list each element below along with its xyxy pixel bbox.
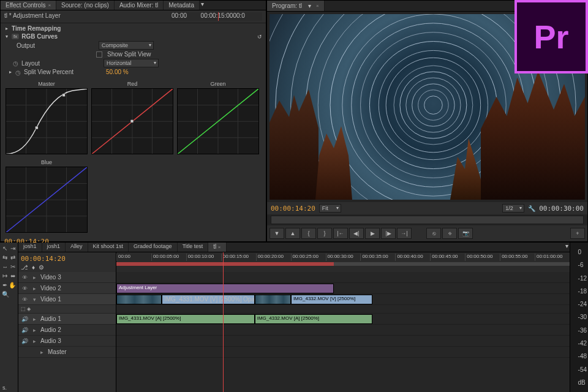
slide-tool[interactable]: ⬌ xyxy=(10,272,17,279)
wrench-icon[interactable]: 🔧 xyxy=(528,205,535,212)
master-curve[interactable] xyxy=(6,88,88,154)
svg-point-34 xyxy=(379,50,488,159)
eye-icon[interactable]: 👁 xyxy=(21,296,28,303)
reset-icon[interactable]: ↺ xyxy=(257,34,262,40)
eye-icon[interactable]: 👁 xyxy=(21,285,28,292)
speaker-icon[interactable]: 🔊 xyxy=(21,326,28,334)
seq-tab[interactable]: Alley xyxy=(66,243,88,252)
clip-video[interactable]: IMG_4331.MOV [V] [2500%] Opacity:Opacity… xyxy=(162,295,255,304)
hand-tool[interactable]: ✋ xyxy=(9,281,16,288)
panel-menu-icon[interactable]: ▾ xyxy=(564,243,570,252)
svg-rect-7 xyxy=(62,94,66,97)
red-curve[interactable] xyxy=(91,88,173,154)
seq-tab[interactable]: Title test xyxy=(178,243,209,252)
step-forward-button[interactable]: |▶ xyxy=(381,228,396,239)
export-frame-button[interactable]: 📷 xyxy=(458,228,473,239)
stopwatch-icon[interactable]: ◷ xyxy=(13,60,19,66)
settings-icon[interactable]: ⚙ xyxy=(39,264,44,271)
insert-button[interactable]: { xyxy=(301,228,316,239)
track-header-v1[interactable]: 👁▾Video 1 xyxy=(18,294,116,305)
layout-dropdown[interactable]: Horizontal xyxy=(104,59,159,67)
seq-tab[interactable]: Graded footage xyxy=(129,243,178,252)
seq-tab[interactable]: tl × xyxy=(208,243,226,252)
tab-audio-mixer[interactable]: Audio Mixer: tl xyxy=(115,1,164,10)
extract-button[interactable]: ⎆ xyxy=(442,228,457,239)
clip-video[interactable] xyxy=(255,295,291,304)
slip-tool[interactable]: ↦ xyxy=(2,272,9,279)
split-percent-value[interactable]: 50.00 % xyxy=(106,69,129,75)
track-select-tool[interactable]: ⇥ xyxy=(10,244,17,252)
clip-video[interactable]: IMG_4332.MOV [V] [2500%] xyxy=(291,295,372,304)
mark-in-button[interactable]: ▼ xyxy=(270,228,284,239)
eye-icon[interactable]: 👁 xyxy=(21,274,28,281)
disclosure-icon[interactable]: ▾ xyxy=(4,34,9,39)
mark-out-button[interactable]: ▲ xyxy=(285,228,300,239)
seq-tab[interactable]: josh1 xyxy=(42,243,66,252)
green-curve[interactable] xyxy=(177,88,259,154)
track-header-master[interactable]: ▸Master xyxy=(18,347,116,358)
timeline-timecode[interactable]: 00:00:14:20 xyxy=(21,255,113,263)
go-to-in-button[interactable]: |← xyxy=(333,228,348,239)
speaker-icon[interactable]: 🔊 xyxy=(21,315,28,323)
snap-icon[interactable]: ⎇ xyxy=(21,264,28,271)
timeline-playhead[interactable] xyxy=(223,252,224,272)
timeline-playhead[interactable] xyxy=(223,272,224,392)
program-timecode[interactable]: 00:00:14:20 xyxy=(271,205,315,213)
time-ruler[interactable]: 00:0000:00:05:0000:00:10:0000:00:15:0000… xyxy=(116,252,570,272)
track-header-v3[interactable]: 👁▸Video 3 xyxy=(18,272,116,283)
fx-badge[interactable]: fx xyxy=(12,34,19,39)
track-header-a3[interactable]: 🔊▸Audio 3 xyxy=(18,336,116,347)
tab-program[interactable]: Program: tl▾× xyxy=(267,1,325,11)
output-dropdown[interactable]: Composite xyxy=(99,41,154,50)
clip-video[interactable] xyxy=(116,295,162,304)
pen-tool[interactable]: ✒ xyxy=(2,281,7,288)
panel-menu-icon[interactable]: ▾ xyxy=(200,1,206,10)
tab-metadata[interactable]: Metadata xyxy=(164,1,200,10)
fit-dropdown[interactable]: Fit xyxy=(319,204,341,213)
go-to-out-button[interactable]: →| xyxy=(397,228,412,239)
svg-rect-6 xyxy=(35,126,38,129)
stopwatch-icon[interactable]: ◷ xyxy=(15,69,21,75)
clip-audio[interactable]: IMG_4332.MOV [A] [2500%] xyxy=(255,314,372,324)
ripple-tool[interactable]: ⇆ xyxy=(2,254,9,261)
close-icon[interactable]: × xyxy=(48,2,51,8)
close-icon[interactable]: × xyxy=(218,244,221,250)
tab-source[interactable]: Source: (no clips) xyxy=(56,1,115,10)
overwrite-button[interactable]: } xyxy=(317,228,332,239)
disclosure-icon[interactable]: ▸ xyxy=(8,69,13,75)
playhead[interactable] xyxy=(218,12,219,21)
track-header-a2[interactable]: 🔊▸Audio 2 xyxy=(18,325,116,336)
play-button[interactable]: ▶ xyxy=(365,228,380,239)
seq-tab[interactable]: Kit shoot 1st xyxy=(88,243,129,252)
rate-stretch-tool[interactable]: ↔ xyxy=(2,263,9,270)
track-header-v2[interactable]: 👁▸Video 2 xyxy=(18,283,116,294)
clip-audio[interactable]: IMG_4331.MOV [A] [2500%] xyxy=(116,314,255,324)
tracks-area[interactable]: Adjustment Layer IMG_4331.MOV [V] [2500%… xyxy=(116,272,570,392)
clip-adjustment[interactable]: Adjustment Layer xyxy=(116,284,334,293)
seq-tab[interactable]: josh1 xyxy=(18,243,42,252)
status-text: s. xyxy=(2,385,7,391)
zoom-tool[interactable]: 🔍 xyxy=(2,290,9,298)
track-header-v1-sub[interactable]: ⬚ ◈ xyxy=(18,305,116,314)
rolling-tool[interactable]: ⇄ xyxy=(10,254,17,261)
razor-tool[interactable]: ✂ xyxy=(10,263,17,270)
speaker-icon[interactable]: 🔊 xyxy=(21,337,28,345)
sequence-tabs: josh1 josh1 Alley Kit shoot 1st Graded f… xyxy=(18,243,570,252)
selection-tool[interactable]: ↖ xyxy=(2,244,9,252)
effect-controls-panel: Effect Controls× Source: (no clips) Audi… xyxy=(0,0,266,242)
resolution-dropdown[interactable]: 1/2 xyxy=(502,204,524,213)
close-icon[interactable]: × xyxy=(316,3,319,9)
step-back-button[interactable]: ◀| xyxy=(349,228,364,239)
show-split-checkbox[interactable] xyxy=(96,51,102,58)
svg-point-27 xyxy=(424,96,443,115)
work-area-bar[interactable] xyxy=(116,262,570,266)
blue-curve[interactable] xyxy=(6,167,88,233)
disclosure-icon[interactable]: ▸ xyxy=(4,26,9,31)
marker-icon[interactable]: ♦ xyxy=(32,264,35,271)
track-header-a1[interactable]: 🔊▸Audio 1 xyxy=(18,314,116,325)
svg-point-28 xyxy=(418,90,449,121)
program-scrubber[interactable] xyxy=(271,216,584,224)
button-editor[interactable]: + xyxy=(570,228,585,239)
lift-button[interactable]: ⎋ xyxy=(426,228,441,239)
tab-effect-controls[interactable]: Effect Controls× xyxy=(1,1,56,10)
